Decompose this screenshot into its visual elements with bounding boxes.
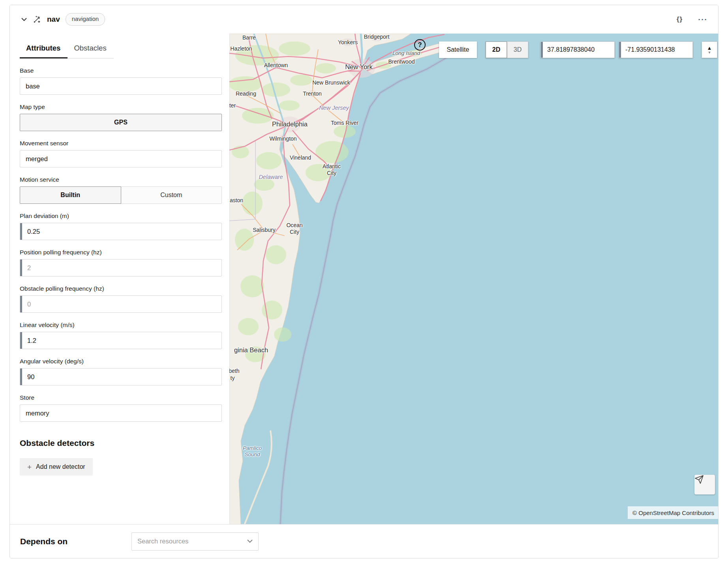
motion-service-segmented: Builtin Custom bbox=[20, 186, 222, 204]
card-header: nav navigation {} ⋯ bbox=[10, 5, 718, 34]
nav-service-card: nav navigation {} ⋯ Attributes Obstacles… bbox=[9, 5, 719, 558]
stepper-up-icon: ▲ bbox=[707, 45, 712, 51]
navigation-arrow-icon bbox=[694, 475, 704, 484]
map-view[interactable]: BarreHazletonBridgeportYonkersNew YorkLo… bbox=[229, 34, 719, 525]
obstacle-polling-value: 0 bbox=[27, 301, 31, 308]
plan-deviation-input[interactable]: 0.25 bbox=[20, 223, 222, 240]
base-input[interactable]: base bbox=[20, 77, 222, 95]
movement-sensor-input[interactable]: merged bbox=[20, 150, 222, 167]
store-value: memory bbox=[26, 410, 49, 417]
json-braces-icon[interactable]: {} bbox=[677, 15, 683, 23]
latitude-input[interactable]: 37.81897838040 bbox=[540, 41, 615, 58]
service-type-badge: navigation bbox=[66, 13, 105, 26]
config-panel: Attributes Obstacles Base base Map type … bbox=[10, 34, 229, 525]
linear-velocity-input[interactable]: 1.2 bbox=[20, 332, 222, 349]
angular-velocity-label: Angular velocity (deg/s) bbox=[20, 358, 222, 365]
panel-tabs: Attributes Obstacles bbox=[20, 39, 222, 58]
map-attribution: © OpenStreetMap Contributors bbox=[628, 506, 719, 519]
search-resources-select[interactable]: Search resources bbox=[131, 532, 259, 551]
satellite-toggle-button[interactable]: Satellite bbox=[439, 41, 477, 58]
depends-on-title: Depends on bbox=[20, 537, 131, 546]
recenter-button[interactable] bbox=[694, 475, 715, 494]
map-mode-3d-button[interactable]: 3D bbox=[507, 41, 528, 58]
plan-deviation-value: 0.25 bbox=[27, 228, 40, 235]
page: nav navigation {} ⋯ Attributes Obstacles… bbox=[0, 0, 728, 564]
plus-icon: + bbox=[27, 463, 32, 471]
store-label: Store bbox=[20, 394, 222, 401]
add-detector-label: Add new detector bbox=[36, 463, 85, 470]
map-canvas bbox=[229, 34, 719, 525]
obstacle-polling-label: Obstacle polling frequency (hz) bbox=[20, 285, 222, 292]
base-label: Base bbox=[20, 67, 222, 74]
angular-velocity-value: 90 bbox=[27, 373, 34, 381]
longitude-value: -71.93590131438 bbox=[625, 46, 675, 53]
overflow-menu-icon[interactable]: ⋯ bbox=[698, 15, 707, 24]
linear-velocity-value: 1.2 bbox=[27, 337, 36, 344]
depends-on-section: Depends on Search resources bbox=[10, 524, 718, 558]
angular-velocity-input[interactable]: 90 bbox=[20, 368, 222, 385]
stepper-down-icon: ▼ bbox=[708, 51, 711, 55]
obstacle-polling-input[interactable]: 0 bbox=[20, 295, 222, 313]
motion-service-builtin-option[interactable]: Builtin bbox=[20, 186, 121, 204]
tab-obstacles[interactable]: Obstacles bbox=[68, 39, 113, 58]
longitude-input[interactable]: -71.93590131438 bbox=[619, 41, 693, 58]
motion-service-label: Motion service bbox=[20, 176, 222, 183]
map-type-label: Map type bbox=[20, 103, 222, 111]
chevron-down-icon bbox=[247, 540, 253, 543]
position-polling-input[interactable]: 2 bbox=[20, 259, 222, 276]
help-icon[interactable]: ? bbox=[414, 39, 426, 51]
obstacle-detectors-heading: Obstacle detectors bbox=[20, 438, 222, 448]
latitude-value: 37.81897838040 bbox=[547, 46, 595, 53]
store-input[interactable]: memory bbox=[20, 404, 222, 422]
movement-sensor-value: merged bbox=[26, 155, 48, 163]
add-detector-button[interactable]: + Add new detector bbox=[20, 458, 93, 476]
service-name: nav bbox=[47, 15, 60, 24]
map-mode-2d-button[interactable]: 2D bbox=[486, 41, 507, 58]
collapse-chevron-icon[interactable] bbox=[21, 17, 27, 21]
search-resources-placeholder: Search resources bbox=[137, 538, 188, 545]
service-icon bbox=[33, 15, 41, 24]
plan-deviation-label: Plan deviation (m) bbox=[20, 212, 222, 220]
motion-service-custom-option[interactable]: Custom bbox=[121, 186, 222, 204]
help-glyph: ? bbox=[418, 41, 422, 49]
position-polling-label: Position polling frequency (hz) bbox=[20, 249, 222, 256]
movement-sensor-label: Movement sensor bbox=[20, 140, 222, 147]
base-value: base bbox=[26, 83, 40, 90]
map-type-gps-button[interactable]: GPS bbox=[20, 114, 222, 131]
position-polling-value: 2 bbox=[27, 264, 31, 272]
coordinate-stepper[interactable]: ▲ ▼ bbox=[702, 41, 717, 58]
linear-velocity-label: Linear velocity (m/s) bbox=[20, 321, 222, 329]
tab-attributes[interactable]: Attributes bbox=[20, 39, 68, 58]
